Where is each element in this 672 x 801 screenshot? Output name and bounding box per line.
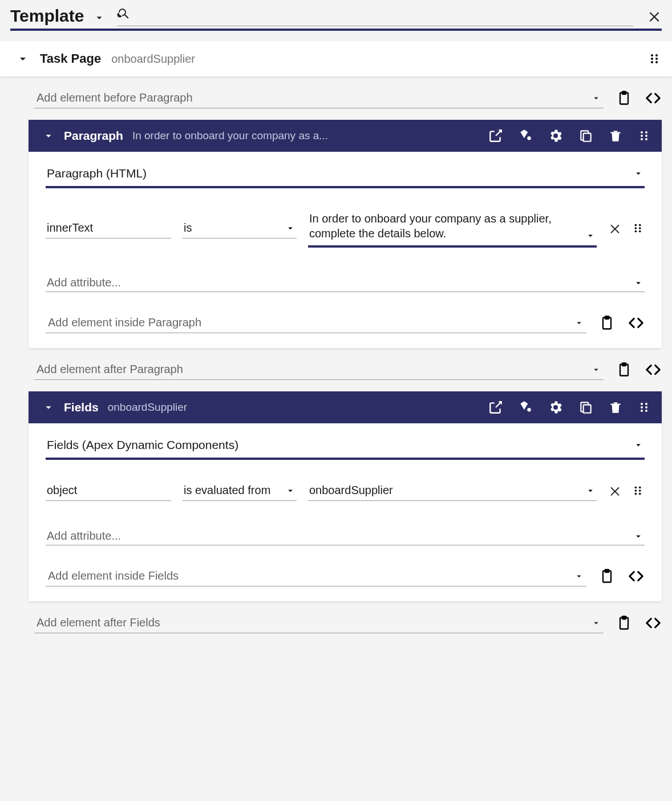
- code-icon[interactable]: [628, 568, 645, 585]
- paragraph-preview: In order to onboard your company as a...: [132, 130, 328, 142]
- fields-type-select[interactable]: Fields (Apex Dynamic Components): [46, 437, 645, 460]
- delete-icon[interactable]: [608, 400, 623, 415]
- svg-point-4: [655, 58, 658, 60]
- attr-operator-label: is: [184, 221, 285, 234]
- fields-body: Fields (Apex Dynamic Components) object …: [29, 423, 662, 601]
- svg-point-34: [635, 487, 637, 489]
- add-inside-paragraph-input[interactable]: Add element inside Paragraph: [46, 313, 586, 333]
- svg-point-0: [651, 54, 653, 56]
- clipboard-icon[interactable]: [616, 362, 632, 378]
- add-inside-fields-input[interactable]: Add element inside Fields: [46, 566, 586, 586]
- chevron-down-icon: [633, 168, 643, 179]
- clipboard-icon[interactable]: [599, 568, 615, 584]
- svg-rect-7: [622, 91, 626, 94]
- chevron-down-icon: [591, 365, 601, 375]
- fields-section: Fields onboardSupplier: [29, 391, 662, 601]
- add-before-paragraph-row: Add element before Paragraph: [34, 88, 662, 108]
- attr-operator-select[interactable]: is: [183, 218, 297, 238]
- add-after-fields-row: Add element after Fields: [34, 613, 662, 633]
- clipboard-icon[interactable]: [616, 615, 632, 631]
- svg-rect-43: [622, 616, 626, 619]
- drag-handle-icon[interactable]: [638, 129, 651, 143]
- task-page-row: Task Page onboardSupplier: [0, 41, 672, 76]
- attr-operator-select[interactable]: is evaluated from: [183, 480, 297, 501]
- code-icon[interactable]: [645, 361, 662, 378]
- code-icon[interactable]: [645, 614, 662, 632]
- svg-point-29: [641, 406, 643, 408]
- fields-attr-row: object is evaluated from onboardSupplier: [46, 480, 645, 501]
- chevron-down-icon[interactable]: [16, 52, 30, 66]
- task-page-subtitle: onboardSupplier: [111, 52, 195, 66]
- chevron-down-icon: [633, 531, 643, 541]
- attr-name-input[interactable]: innerText: [46, 218, 171, 238]
- svg-rect-9: [584, 134, 591, 141]
- add-after-fields-label: Add element after Fields: [37, 616, 591, 629]
- svg-point-35: [635, 490, 637, 492]
- svg-point-18: [635, 230, 637, 233]
- add-after-paragraph-input[interactable]: Add element after Paragraph: [34, 359, 604, 380]
- svg-point-17: [635, 227, 637, 229]
- svg-point-11: [641, 135, 643, 137]
- chevron-down-icon: [285, 223, 295, 233]
- attr-value-text: In order to onboard your company as a su…: [309, 211, 582, 241]
- add-after-paragraph-row: Add element after Paragraph: [34, 359, 662, 380]
- drag-handle-icon[interactable]: [632, 222, 645, 234]
- gear-icon[interactable]: [548, 128, 564, 144]
- open-external-icon[interactable]: [488, 128, 503, 143]
- add-attribute-input[interactable]: Add attribute...: [46, 274, 645, 292]
- chevron-down-icon[interactable]: [42, 130, 55, 142]
- svg-rect-41: [605, 569, 609, 572]
- fields-title: Fields: [64, 400, 99, 414]
- fields-type-label: Fields (Apex Dynamic Components): [47, 438, 633, 452]
- remove-attr-icon[interactable]: [608, 221, 622, 235]
- attr-value-input[interactable]: onboardSupplier: [308, 480, 597, 501]
- style-icon[interactable]: [518, 128, 533, 143]
- top-header: Template: [0, 0, 672, 26]
- add-attribute-input[interactable]: Add attribute...: [46, 527, 645, 545]
- paragraph-type-select[interactable]: Paragraph (HTML): [46, 165, 645, 188]
- close-icon[interactable]: [647, 9, 662, 23]
- code-icon[interactable]: [645, 90, 662, 107]
- paragraph-attr-row: innerText is In order to onboard your co…: [46, 209, 645, 248]
- clipboard-icon[interactable]: [599, 315, 615, 331]
- attr-value-input[interactable]: In order to onboard your company as a su…: [308, 209, 597, 248]
- delete-icon[interactable]: [608, 128, 623, 143]
- svg-point-1: [651, 58, 653, 60]
- add-before-paragraph-input[interactable]: Add element before Paragraph: [34, 88, 604, 108]
- clipboard-icon[interactable]: [616, 90, 632, 106]
- task-page-title: Task Page: [40, 51, 101, 66]
- svg-point-15: [645, 138, 647, 140]
- copy-icon[interactable]: [578, 400, 593, 415]
- svg-point-14: [645, 135, 647, 137]
- chevron-down-icon: [585, 486, 596, 496]
- drag-handle-icon[interactable]: [638, 400, 651, 414]
- svg-point-19: [639, 224, 641, 226]
- attr-name-label: innerText: [47, 221, 170, 234]
- svg-point-39: [639, 493, 641, 495]
- drag-handle-icon[interactable]: [648, 52, 662, 66]
- style-icon[interactable]: [518, 400, 533, 415]
- copy-icon[interactable]: [578, 128, 593, 143]
- drag-handle-icon[interactable]: [632, 484, 645, 497]
- fields-subtitle: onboardSupplier: [108, 401, 187, 414]
- remove-attr-icon[interactable]: [608, 484, 622, 497]
- add-inside-fields-label: Add element inside Fields: [48, 569, 574, 582]
- add-inside-fields-row: Add element inside Fields: [46, 566, 645, 586]
- fields-header: Fields onboardSupplier: [29, 391, 662, 423]
- code-icon[interactable]: [628, 314, 645, 331]
- search-input[interactable]: [117, 6, 633, 26]
- paragraph-title: Paragraph: [64, 129, 123, 143]
- svg-point-28: [641, 403, 643, 405]
- add-after-fields-input[interactable]: Add element after Fields: [34, 613, 604, 633]
- chevron-down-icon[interactable]: [42, 401, 55, 414]
- paragraph-header: Paragraph In order to onboard your compa…: [29, 120, 662, 152]
- chevron-down-icon[interactable]: [93, 11, 106, 24]
- attr-name-input[interactable]: object: [46, 480, 171, 501]
- gear-icon[interactable]: [548, 399, 564, 415]
- svg-point-37: [639, 487, 641, 489]
- search-wrap: [117, 6, 633, 26]
- chevron-down-icon: [574, 318, 584, 328]
- chevron-down-icon: [591, 618, 601, 628]
- svg-point-38: [639, 490, 641, 492]
- open-external-icon[interactable]: [488, 400, 503, 415]
